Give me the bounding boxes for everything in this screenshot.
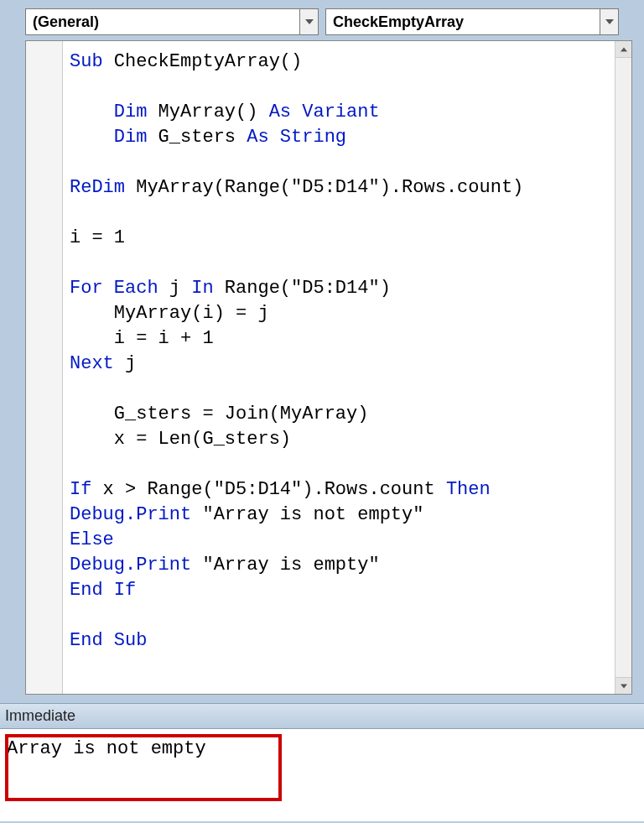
chevron-down-icon xyxy=(299,9,318,34)
scroll-down-button[interactable] xyxy=(615,677,631,694)
code-editor: Sub CheckEmptyArray() Dim MyArray() As V… xyxy=(25,40,632,695)
dropdown-bar: (General) CheckEmptyArray xyxy=(0,0,644,40)
object-dropdown-label: (General) xyxy=(33,13,99,31)
scroll-up-button[interactable] xyxy=(615,41,631,58)
code-gutter xyxy=(26,41,63,694)
immediate-output: Array is not empty xyxy=(7,737,637,761)
chevron-down-icon xyxy=(600,9,618,34)
procedure-dropdown-label: CheckEmptyArray xyxy=(333,13,464,31)
code-content[interactable]: Sub CheckEmptyArray() Dim MyArray() As V… xyxy=(63,41,615,694)
immediate-window-title: Immediate xyxy=(0,703,644,729)
vertical-scrollbar[interactable] xyxy=(615,41,631,694)
procedure-dropdown[interactable]: CheckEmptyArray xyxy=(325,8,619,35)
immediate-window[interactable]: Array is not empty xyxy=(0,729,644,821)
object-dropdown[interactable]: (General) xyxy=(25,8,319,35)
